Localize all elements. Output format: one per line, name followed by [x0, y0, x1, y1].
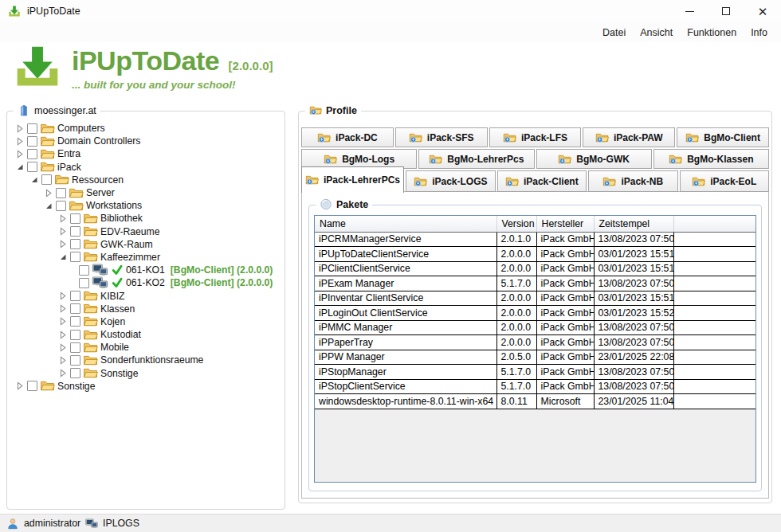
package-row-iploginout-clientservice[interactable]: iPLoginOut ClientService2.0.0.0iPack Gmb… — [315, 306, 755, 321]
expander-collapsed-icon[interactable] — [15, 137, 25, 146]
tab-ipack-nb[interactable]: iPack-NB — [588, 170, 677, 192]
node-checkbox[interactable] — [27, 136, 37, 147]
expander-collapsed-icon[interactable] — [15, 381, 25, 390]
tab-bgmo-client[interactable]: BgMo-Client — [677, 127, 769, 147]
tab-ipack-lfs[interactable]: iPack-LFS — [489, 127, 582, 147]
expander-collapsed-icon[interactable] — [15, 124, 25, 133]
expander-collapsed-icon[interactable] — [58, 304, 68, 313]
tab-bgmo-lehrerpcs[interactable]: BgMo-LehrerPcs — [418, 149, 534, 169]
expander-expanded-icon[interactable] — [15, 162, 25, 171]
expander-collapsed-icon[interactable] — [58, 356, 68, 365]
node-checkbox[interactable] — [70, 291, 80, 301]
tree-node-sonstige[interactable]: Sonstige — [9, 380, 283, 393]
tree-node-klassen[interactable]: Klassen — [9, 303, 283, 315]
tree-node-domain-controllers[interactable]: Domain Controllers — [9, 135, 283, 147]
tab-ipack-dc[interactable]: iPack-DC — [301, 127, 394, 147]
column-header-version[interactable]: Version — [496, 216, 536, 232]
node-checkbox[interactable] — [41, 174, 52, 185]
node-checkbox[interactable] — [70, 342, 80, 353]
tree-node-gwk-raum[interactable]: GWK-Raum — [9, 238, 283, 251]
package-row-ipcrmmanagerservice[interactable]: iPCRMManagerService2.0.1.0iPack GmbH13/0… — [315, 232, 755, 247]
expander-collapsed-icon[interactable] — [58, 331, 68, 339]
expander-expanded-icon[interactable] — [29, 175, 39, 184]
minimize-button[interactable] — [671, 0, 708, 22]
node-checkbox[interactable] — [70, 303, 80, 314]
node-checkbox[interactable] — [27, 162, 37, 172]
package-row-ipstopclientservice[interactable]: iPStopClientService5.1.7.0iPack GmbH13/0… — [315, 379, 755, 394]
cell-filler — [673, 291, 755, 306]
package-row-ippapertray[interactable]: iPPaperTray2.0.0.0iPack GmbH13/08/2023 0… — [315, 335, 755, 350]
menu-item-ansicht[interactable]: Ansicht — [633, 27, 680, 38]
expander-collapsed-icon[interactable] — [58, 291, 68, 300]
node-checkbox[interactable] — [70, 316, 80, 327]
package-row-ipinventar-clientservice[interactable]: iPInventar ClientService2.0.0.0iPack Gmb… — [315, 291, 755, 306]
column-header-hersteller[interactable]: Hersteller — [536, 216, 594, 232]
tree-node-mobile[interactable]: Mobile — [9, 341, 283, 354]
expander-collapsed-icon[interactable] — [58, 317, 68, 326]
tree-node-server[interactable]: Server — [9, 186, 283, 199]
menu-item-datei[interactable]: Datei — [595, 27, 633, 38]
expander-expanded-icon[interactable] — [58, 252, 68, 261]
node-checkbox[interactable] — [27, 123, 37, 134]
column-header-name[interactable]: Name — [315, 216, 496, 232]
tree-node-kibiz[interactable]: KIBIZ — [9, 289, 283, 302]
tree-node-workstations[interactable]: Workstations — [9, 199, 283, 212]
node-checkbox[interactable] — [56, 201, 66, 211]
tab-ipack-eol[interactable]: iPack-EoL — [680, 170, 769, 192]
expander-collapsed-icon[interactable] — [58, 214, 68, 223]
tree-node-edv-raeume[interactable]: EDV-Raeume — [9, 225, 283, 238]
expander-collapsed-icon[interactable] — [15, 150, 25, 158]
tree-node-computers[interactable]: Computers — [9, 122, 283, 135]
open-folder-icon — [83, 251, 98, 263]
maximize-button[interactable] — [708, 0, 744, 22]
node-checkbox[interactable] — [79, 265, 89, 276]
expander-collapsed-icon[interactable] — [58, 227, 68, 236]
menu-item-funktionen[interactable]: Funktionen — [680, 27, 744, 38]
close-button[interactable]: ✕ — [744, 0, 781, 22]
expander-collapsed-icon[interactable] — [58, 369, 68, 377]
node-checkbox[interactable] — [27, 149, 37, 159]
expander-collapsed-icon[interactable] — [58, 343, 68, 352]
tab-ipack-paw[interactable]: iPack-PAW — [583, 127, 675, 147]
tree-node-entra[interactable]: Entra — [9, 147, 283, 160]
node-checkbox[interactable] — [70, 213, 80, 224]
tree-node-kustodiat[interactable]: Kustodiat — [9, 328, 283, 341]
tab-bgmo-klassen[interactable]: BgMo-Klassen — [653, 149, 769, 169]
computer-icon — [85, 518, 98, 530]
node-checkbox[interactable] — [70, 239, 80, 249]
package-row-ipexam-manager[interactable]: iPExam Manager5.1.7.0iPack GmbH13/08/202… — [315, 276, 755, 291]
tab-ipack-sfs[interactable]: iPack-SFS — [395, 127, 488, 147]
tree-node-061-ko1[interactable]: 061-KO1[BgMo-Client] (2.0.0.0) — [9, 264, 283, 276]
tab-ipack-logs[interactable]: iPack-LOGS — [406, 170, 495, 192]
node-checkbox[interactable] — [70, 368, 80, 378]
node-checkbox[interactable] — [70, 252, 80, 262]
package-row-ipuptodateclientservice[interactable]: iPUpToDateClientService2.0.0.0iPack GmbH… — [315, 247, 755, 262]
tree-node-ipack[interactable]: iPack — [9, 161, 283, 174]
tree-node-sonstige[interactable]: Sonstige — [9, 367, 283, 380]
tab-bgmo-gwk[interactable]: BgMo-GWK — [536, 149, 652, 169]
package-row-ippw-manager[interactable]: iPPW Manager2.0.5.0iPack GmbH23/01/2025 … — [315, 350, 755, 365]
node-checkbox[interactable] — [27, 381, 37, 391]
package-row-windowsdesktop-runtime-8-0-11-win-x64[interactable]: windowsdesktop-runtime-8.0.11-win-x648.0… — [315, 394, 755, 409]
expander-expanded-icon[interactable] — [44, 201, 53, 210]
package-row-ipclientclientservice[interactable]: iPClientClientService2.0.0.0iPack GmbH03… — [315, 261, 755, 276]
expander-collapsed-icon[interactable] — [58, 240, 68, 248]
tab-ipack-client[interactable]: iPack-Client — [497, 170, 587, 192]
tab-ipack-lehrerpcs[interactable]: iPack-LehrerPCs — [301, 166, 404, 193]
expander-collapsed-icon[interactable] — [44, 189, 53, 198]
tree-node-kaffeezimmer[interactable]: Kaffeezimmer — [9, 251, 283, 264]
node-checkbox[interactable] — [70, 226, 80, 237]
package-row-ipstopmanager[interactable]: iPStopManager5.1.7.0iPack GmbH13/08/2023… — [315, 365, 755, 380]
tree-node-061-ko2[interactable]: 061-KO2[BgMo-Client] (2.0.0.0) — [9, 276, 283, 289]
tree-node-ressourcen[interactable]: Ressourcen — [9, 174, 283, 186]
tree-node-bibliothek[interactable]: Bibliothek — [9, 212, 283, 225]
node-checkbox[interactable] — [79, 278, 89, 288]
column-header-zeitstempel[interactable]: Zeitstempel — [594, 216, 673, 232]
package-row-ipmmc-manager[interactable]: iPMMC Manager2.0.0.0iPack GmbH13/08/2023… — [315, 320, 755, 335]
tree-node-kojen[interactable]: Kojen — [9, 315, 283, 328]
node-checkbox[interactable] — [70, 355, 80, 366]
node-checkbox[interactable] — [70, 330, 80, 340]
menu-item-info[interactable]: Info — [744, 27, 775, 38]
tree-node-sonderfunktionsraeume[interactable]: Sonderfunktionsraeume — [9, 354, 283, 366]
node-checkbox[interactable] — [56, 188, 66, 198]
